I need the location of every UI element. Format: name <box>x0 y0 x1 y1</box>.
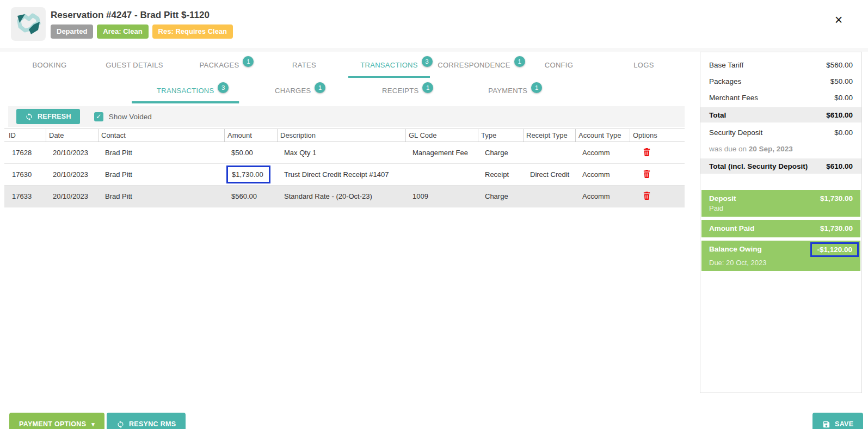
deposit-status: Paid <box>709 204 853 212</box>
transactions-toolbar: REFRESH ✓ Show Voided <box>8 106 685 127</box>
tab-correspondence[interactable]: CORRESPONDENCE 1 <box>432 52 516 78</box>
cell-description: Trust Direct Credit Receipt #1407 <box>277 170 405 179</box>
cell-account-type: Accomm <box>575 192 630 200</box>
tab-rates[interactable]: RATES <box>262 52 347 78</box>
show-voided-checkbox[interactable]: ✓ <box>94 112 103 121</box>
close-icon[interactable]: × <box>831 12 846 27</box>
tab-logs[interactable]: LOGS <box>601 52 686 78</box>
subtab-receipts-badge: 1 <box>422 82 433 93</box>
cell-receipt-type: Direct Credit <box>523 170 575 179</box>
summary-row-security-deposit: Security Deposit $0.00 <box>700 124 861 140</box>
amount-paid-value: $1,730.00 <box>820 224 853 232</box>
header-divider <box>0 48 868 52</box>
refresh-button[interactable]: REFRESH <box>16 109 80 124</box>
table-header-row: ID Date Contact Amount Description GL Co… <box>4 128 685 142</box>
cell-id: 17633 <box>4 192 46 200</box>
page-title: Reservation #4247 - Brad Pitt $-1120 <box>51 10 210 21</box>
summary-row-total-incl: Total (incl. Security Deposit) $610.00 <box>700 158 861 174</box>
cell-id: 17630 <box>4 170 46 179</box>
amount-paid-block: Amount Paid $1,730.00 <box>701 220 860 237</box>
subtab-payments-badge: 1 <box>531 82 542 93</box>
cell-contact: Brad Pitt <box>98 192 224 200</box>
subtab-transactions[interactable]: TRANSACTIONS 3 <box>132 78 239 103</box>
delete-icon[interactable] <box>643 148 651 157</box>
cell-contact: Brad Pitt <box>98 170 224 179</box>
sub-tab-bar: TRANSACTIONS 3 CHARGES 1 RECEIPTS 1 PAYM… <box>132 78 562 103</box>
deposit-value: $1,730.00 <box>820 194 853 203</box>
summary-row-merchant-fees: Merchant Fees $0.00 <box>700 89 861 106</box>
cell-date: 20/10/2023 <box>46 149 98 157</box>
refresh-icon <box>25 113 33 121</box>
table-row: 17630 20/10/2023 Brad Pitt $1,730.00 Tru… <box>4 164 685 186</box>
cell-gl-code: Management Fee <box>405 149 478 157</box>
payment-options-button[interactable]: PAYMENT OPTIONS ▾ <box>9 413 104 429</box>
summary-row-base-tariff: Base Tariff $560.00 <box>700 57 861 73</box>
australia-logo-icon <box>14 11 42 36</box>
tab-guest-details[interactable]: GUEST DETAILS <box>92 52 177 78</box>
col-header-account-type: Account Type <box>575 129 630 142</box>
cell-account-type: Accomm <box>575 170 630 179</box>
col-header-contact: Contact <box>98 129 224 142</box>
amount-paid-label: Amount Paid <box>709 224 754 232</box>
tab-transactions[interactable]: TRANSACTIONS 3 <box>347 52 432 78</box>
tab-config[interactable]: CONFIG <box>516 52 601 78</box>
subtab-transactions-badge: 3 <box>218 82 229 93</box>
col-header-date: Date <box>46 129 98 142</box>
subtab-charges-badge: 1 <box>315 82 325 93</box>
delete-icon[interactable] <box>643 169 651 179</box>
summary-row-total: Total $610.00 <box>700 107 861 122</box>
summary-value: $0.00 <box>834 94 853 102</box>
summary-value: $0.00 <box>834 128 853 137</box>
cell-id: 17628 <box>4 149 46 157</box>
summary-value: $610.00 <box>826 162 853 170</box>
summary-value: $610.00 <box>826 111 853 119</box>
col-header-amount: Amount <box>224 129 277 142</box>
col-header-id: ID <box>4 129 46 142</box>
cell-type: Receipt <box>478 170 523 179</box>
resync-rms-button[interactable]: RESYNC RMS <box>107 413 186 429</box>
refresh-icon <box>116 420 125 428</box>
tab-transactions-badge: 3 <box>422 56 433 67</box>
save-button[interactable]: SAVE <box>812 413 863 429</box>
chevron-down-icon: ▾ <box>91 421 95 428</box>
status-badge-area-clean: Area: Clean <box>97 24 148 39</box>
summary-value: $50.00 <box>830 77 853 85</box>
app-logo <box>11 7 46 41</box>
col-header-type: Type <box>478 129 523 142</box>
deposit-block: Deposit $1,730.00 Paid <box>701 190 860 217</box>
active-subtab-underline <box>132 101 239 103</box>
cell-gl-code: 1009 <box>405 192 478 200</box>
balance-owing-label: Balance Owing <box>709 245 762 253</box>
subtab-payments[interactable]: PAYMENTS 1 <box>454 78 562 103</box>
transactions-table: ID Date Contact Amount Description GL Co… <box>4 128 685 207</box>
dialog-header: Reservation #4247 - Brad Pitt $-1120 Dep… <box>0 0 868 48</box>
tab-packages[interactable]: PACKAGES 1 <box>177 52 262 78</box>
cell-amount: $50.00 <box>224 149 277 157</box>
balance-owing-due-date: Due: 20 Oct, 2023 <box>709 259 853 267</box>
subtab-receipts[interactable]: RECEIPTS 1 <box>347 78 454 103</box>
balance-owing-value-highlighted: -$1,120.00 <box>810 242 859 257</box>
tab-booking[interactable]: BOOKING <box>7 52 92 78</box>
table-row: 17628 20/10/2023 Brad Pitt $50.00 Max Qt… <box>4 142 685 164</box>
col-header-receipt-type: Receipt Type <box>523 129 575 142</box>
main-tab-bar: BOOKING GUEST DETAILS PACKAGES 1 RATES T… <box>7 52 686 78</box>
show-voided-label: Show Voided <box>109 113 152 121</box>
col-header-options: Options <box>630 129 685 142</box>
summary-row-packages: Packages $50.00 <box>700 73 861 89</box>
cell-date: 20/10/2023 <box>46 170 98 179</box>
cell-date: 20/10/2023 <box>46 192 98 200</box>
cell-description: Max Qty 1 <box>277 149 405 157</box>
col-header-gl-code: GL Code <box>405 129 478 142</box>
cell-type: Charge <box>478 149 523 157</box>
highlighted-amount: $1,730.00 <box>226 166 270 183</box>
cell-amount: $560.00 <box>224 192 277 200</box>
balance-owing-block: Balance Owing -$1,120.00 Due: 20 Oct, 20… <box>701 241 860 271</box>
security-deposit-note: was due on 20 Sep, 2023 <box>700 140 861 157</box>
status-badges: Departed Area: Clean Res: Requires Clean <box>51 24 233 39</box>
delete-icon[interactable] <box>643 191 651 200</box>
cell-account-type: Accomm <box>575 149 630 157</box>
save-icon <box>822 420 830 428</box>
col-header-description: Description <box>277 129 405 142</box>
subtab-charges[interactable]: CHARGES 1 <box>239 78 347 103</box>
deposit-label: Deposit <box>709 194 736 203</box>
